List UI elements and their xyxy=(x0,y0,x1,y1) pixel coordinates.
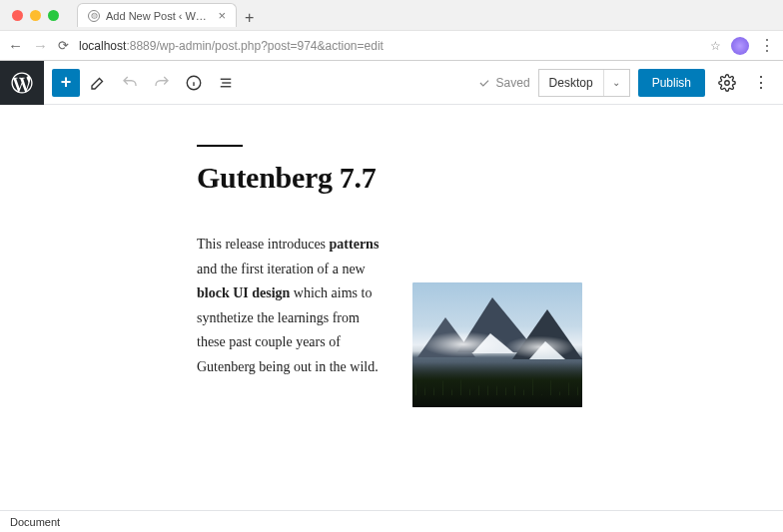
columns-block: This release introduces patterns and the… xyxy=(197,233,616,407)
reload-button[interactable]: ⟳ xyxy=(58,38,69,53)
breadcrumb[interactable]: Document xyxy=(10,516,60,528)
window-controls xyxy=(8,10,59,21)
url-path: :8889/wp-admin/post.php?post=974&action=… xyxy=(126,39,384,53)
url-field[interactable]: localhost:8889/wp-admin/post.php?post=97… xyxy=(79,39,700,53)
bookmark-icon[interactable]: ☆ xyxy=(710,39,721,53)
globe-icon: ◍ xyxy=(88,10,100,22)
browser-tab[interactable]: ◍ Add New Post ‹ WordPress D… × xyxy=(77,3,237,27)
preview-select[interactable]: Desktop ⌄ xyxy=(538,69,630,97)
title-divider xyxy=(197,145,243,147)
undo-button[interactable] xyxy=(116,69,144,97)
more-menu-button[interactable]: ⋮ xyxy=(749,73,773,92)
post-content: Gutenberg 7.7 This release introduces pa… xyxy=(197,145,616,407)
edit-mode-button[interactable] xyxy=(84,69,112,97)
redo-button[interactable] xyxy=(148,69,176,97)
svg-point-6 xyxy=(725,80,730,85)
save-status-label: Saved xyxy=(496,76,530,90)
browser-menu-icon[interactable]: ⋮ xyxy=(759,36,775,55)
editor-canvas[interactable]: Gutenberg 7.7 This release introduces pa… xyxy=(0,105,783,511)
settings-button[interactable] xyxy=(713,69,741,97)
new-tab-button[interactable]: + xyxy=(237,9,262,27)
editor-toolbar: + Saved Desktop ⌄ Publish ⋮ xyxy=(0,61,783,105)
window-close-button[interactable] xyxy=(12,10,23,21)
address-bar: ← → ⟳ localhost:8889/wp-admin/post.php?p… xyxy=(0,30,783,60)
close-icon[interactable]: × xyxy=(218,9,226,22)
forward-button[interactable]: → xyxy=(33,37,48,54)
tab-bar: ◍ Add New Post ‹ WordPress D… × + xyxy=(0,0,783,30)
breadcrumb-bar: Document xyxy=(0,510,783,532)
url-host: localhost xyxy=(79,39,126,53)
profile-avatar[interactable] xyxy=(731,37,749,55)
paragraph-block[interactable]: This release introduces patterns and the… xyxy=(197,233,387,379)
add-block-button[interactable]: + xyxy=(52,69,80,97)
back-button[interactable]: ← xyxy=(8,37,23,54)
chevron-down-icon: ⌄ xyxy=(603,70,629,96)
window-maximize-button[interactable] xyxy=(48,10,59,21)
browser-chrome: ◍ Add New Post ‹ WordPress D… × + ← → ⟳ … xyxy=(0,0,783,61)
mountain-image xyxy=(412,282,582,407)
window-minimize-button[interactable] xyxy=(30,10,41,21)
tab-title: Add New Post ‹ WordPress D… xyxy=(106,10,212,22)
image-block[interactable] xyxy=(412,282,582,407)
post-title[interactable]: Gutenberg 7.7 xyxy=(197,161,616,195)
outline-button[interactable] xyxy=(212,69,240,97)
info-button[interactable] xyxy=(180,69,208,97)
preview-select-label: Desktop xyxy=(539,76,603,90)
save-status: Saved xyxy=(477,76,530,90)
publish-button[interactable]: Publish xyxy=(638,69,705,97)
wordpress-logo[interactable] xyxy=(0,61,44,105)
